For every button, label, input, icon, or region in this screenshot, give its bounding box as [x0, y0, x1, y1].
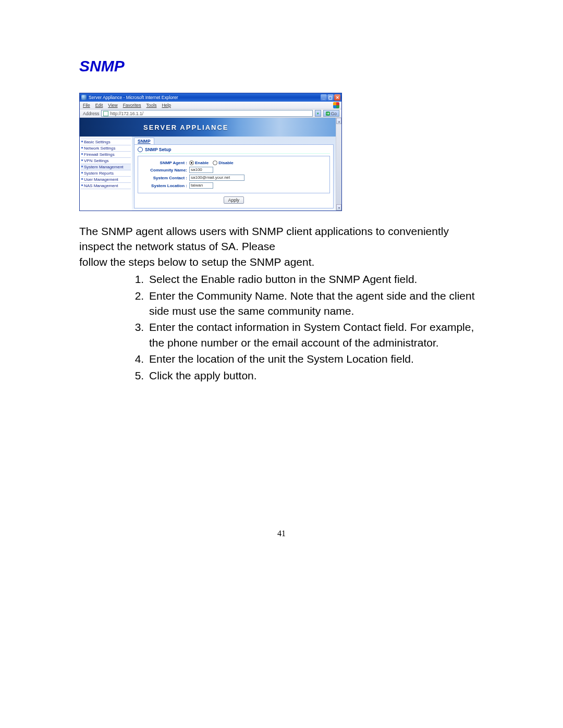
menu-tools[interactable]: Tools	[146, 103, 157, 108]
step-3: Enter the contact information in System …	[147, 319, 484, 350]
step-5: Click the apply button.	[147, 368, 484, 383]
address-field[interactable]: http://172.16.1.1/	[101, 110, 312, 117]
panel-title: SNMP Setup	[145, 147, 171, 152]
ie-addressbar: Address http://172.16.1.1/ ▾ ➔ Go	[80, 109, 341, 118]
gear-icon	[138, 147, 143, 152]
tab-snmp[interactable]: SNMP	[134, 138, 154, 144]
app-banner: SERVER APPLIANCE	[80, 118, 336, 137]
intro-paragraph-2: follow the steps below to setup the SNMP…	[79, 254, 484, 269]
go-button[interactable]: ➔ Go	[323, 110, 339, 117]
address-dropdown[interactable]: ▾	[315, 110, 321, 117]
scroll-down-icon[interactable]: ▾	[336, 204, 341, 211]
scroll-up-icon[interactable]: ▴	[336, 118, 341, 124]
menu-favorites[interactable]: Favorites	[123, 103, 141, 108]
address-value: http://172.16.1.1/	[110, 111, 143, 116]
close-button[interactable]: ✕	[334, 94, 340, 101]
ie-app-icon	[81, 95, 87, 100]
go-label: Go	[331, 111, 337, 116]
page-number: 41	[79, 529, 484, 538]
content-pane: SNMP SNMP Setup SNMP Agent :	[132, 137, 336, 211]
sidebar-item-nas-mgmt[interactable]: NAS Management	[81, 182, 131, 189]
windows-flag-icon	[333, 102, 339, 108]
menu-edit[interactable]: Edit	[95, 103, 103, 108]
sidebar-item-system-reports[interactable]: System Reports	[81, 170, 131, 176]
radio-enable[interactable]	[189, 161, 194, 165]
contact-label: System Contact :	[141, 176, 189, 180]
location-input[interactable]: taiwan	[189, 182, 213, 189]
menu-view[interactable]: View	[108, 103, 117, 108]
sidebar-item-system-mgmt[interactable]: System Management	[81, 164, 131, 170]
page-icon	[103, 111, 108, 116]
vertical-scrollbar[interactable]: ▴ ▾	[336, 118, 341, 211]
ie-window: Server Appliance - Microsoft Internet Ex…	[79, 93, 342, 211]
community-label: Community Name:	[141, 168, 189, 172]
radio-disable-label: Disable	[218, 161, 233, 165]
sidebar-item-firewall[interactable]: Firewall Settings	[81, 151, 131, 157]
banner-title: SERVER APPLIANCE	[143, 124, 228, 131]
maximize-button[interactable]: ▢	[327, 94, 334, 101]
sidebar-item-network[interactable]: Network Settings	[81, 145, 131, 151]
sidebar-item-user-mgmt[interactable]: User Management	[81, 176, 131, 182]
section-heading: SNMP	[79, 57, 484, 75]
sidebar: Basic Settings Network Settings Firewall…	[80, 137, 132, 211]
apply-button[interactable]: Apply	[224, 196, 244, 204]
location-label: System Location :	[141, 183, 189, 188]
ie-menubar: File Edit View Favorites Tools Help	[80, 102, 341, 109]
sidebar-item-basic[interactable]: Basic Settings	[81, 139, 131, 145]
step-4: Enter the location of the unit the Syste…	[147, 351, 484, 366]
document-page: SNMP Server Appliance - Microsoft Intern…	[0, 0, 563, 570]
radio-enable-label: Enable	[195, 161, 209, 165]
radio-disable[interactable]	[213, 161, 217, 165]
menu-help[interactable]: Help	[162, 103, 170, 108]
snmp-panel: SNMP Setup SNMP Agent : Enable Disable	[134, 144, 334, 208]
menu-file[interactable]: File	[83, 103, 90, 108]
minimize-button[interactable]: _	[321, 94, 327, 101]
snmp-form: SNMP Agent : Enable Disable Community Na…	[138, 156, 330, 193]
window-title: Server Appliance - Microsoft Internet Ex…	[89, 95, 178, 100]
sidebar-item-vpn[interactable]: VPN Settings	[81, 157, 131, 164]
steps-list: Select the Enable radio button in the SN…	[79, 272, 484, 383]
intro-paragraph-1: The SNMP agent allows users with SNMP cl…	[79, 224, 484, 254]
contact-input[interactable]: sa100@mail.your.net	[189, 175, 244, 181]
community-input[interactable]: sa100	[189, 167, 213, 173]
go-arrow-icon: ➔	[326, 112, 330, 116]
ie-titlebar: Server Appliance - Microsoft Internet Ex…	[80, 93, 341, 102]
snmp-agent-label: SNMP Agent :	[141, 161, 189, 165]
step-1: Select the Enable radio button in the SN…	[147, 272, 484, 287]
address-label: Address	[83, 111, 99, 116]
step-2: Enter the Community Name. Note that the …	[147, 288, 484, 319]
